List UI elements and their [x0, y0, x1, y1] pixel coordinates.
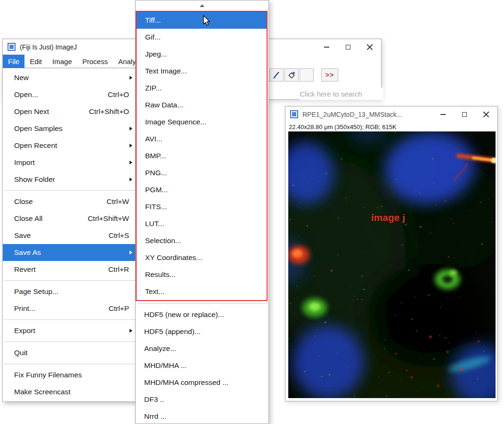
- file-menu-item-page-setup[interactable]: Page Setup...: [3, 283, 137, 300]
- file-menu-item-save[interactable]: SaveCtrl+S: [3, 227, 137, 244]
- close-icon: [366, 44, 373, 50]
- file-menu-item-open[interactable]: Open...Ctrl+O: [3, 86, 137, 103]
- save-as-item-bmp[interactable]: BMP...: [137, 147, 267, 164]
- menu-item-label: Open Recent: [14, 141, 57, 150]
- maximize-button[interactable]: [454, 107, 475, 122]
- menubar-item-process[interactable]: Process: [77, 55, 113, 68]
- file-menu-item-import[interactable]: Import: [3, 154, 137, 171]
- save-as-item-lut[interactable]: LUT...: [137, 215, 267, 232]
- save-as-item-selection[interactable]: Selection...: [137, 232, 267, 249]
- file-menu-item-open-recent[interactable]: Open Recent: [3, 137, 137, 154]
- file-menu-item-open-next[interactable]: Open NextCtrl+Shift+O: [3, 103, 137, 120]
- save-as-item-raw-data[interactable]: Raw Data...: [137, 97, 267, 114]
- scroll-up-arrow-icon: [200, 4, 204, 7]
- file-menu-item-save-as[interactable]: Save As: [3, 244, 137, 261]
- close-button[interactable]: [359, 40, 381, 54]
- brush-tool-button[interactable]: [269, 68, 284, 82]
- save-as-item-analyze[interactable]: Analyze...: [136, 340, 268, 357]
- close-button[interactable]: [475, 107, 497, 122]
- file-menu-item-quit[interactable]: Quit: [3, 344, 137, 361]
- file-menu-item-show-folder[interactable]: Show Folder: [3, 171, 137, 188]
- imagej-logo-icon: [290, 110, 298, 118]
- menu-item-label: Image Sequence...: [145, 118, 206, 126]
- maximize-button[interactable]: [337, 40, 359, 54]
- menu-item-label: Export: [14, 326, 35, 335]
- minimize-button[interactable]: [432, 107, 454, 122]
- fill-tool-button[interactable]: [285, 68, 299, 82]
- save-as-item-df3[interactable]: DF3 ..: [136, 391, 268, 408]
- image-overlay-text: image j: [371, 212, 405, 223]
- menu-item-shortcut: Ctrl+S: [109, 231, 130, 240]
- save-as-item-pgm[interactable]: PGM...: [137, 181, 267, 198]
- save-as-item-text[interactable]: Text...: [137, 283, 267, 300]
- image-window-controls: [432, 107, 497, 122]
- maximize-icon: [346, 45, 350, 49]
- file-menu-item-export[interactable]: Export: [3, 322, 137, 339]
- menu-item-label: Save As: [14, 248, 41, 257]
- save-as-item-png[interactable]: PNG...: [137, 164, 267, 181]
- close-icon: [483, 111, 489, 118]
- menubar-item-image[interactable]: Image: [47, 55, 77, 68]
- minimize-button[interactable]: [316, 40, 337, 54]
- menu-item-label: ZIP...: [145, 84, 162, 92]
- minimize-icon: [324, 47, 329, 48]
- file-menu-item-make-screencast[interactable]: Make Screencast: [3, 383, 137, 400]
- save-as-item-tiff[interactable]: Tiff...: [137, 12, 267, 29]
- submenu-arrow-icon: [130, 127, 132, 130]
- main-window-title: (Fiji Is Just) ImageJ: [20, 43, 77, 51]
- save-as-item-zip[interactable]: ZIP...: [137, 80, 267, 97]
- fill-tool-icon: [287, 71, 296, 79]
- menu-item-label: XY Coordinates...: [145, 253, 202, 262]
- menu-item-label: Print...: [14, 304, 35, 313]
- image-canvas[interactable]: image j: [288, 131, 496, 398]
- toolbar: >>: [269, 68, 339, 82]
- more-tools-button[interactable]: >>: [321, 68, 338, 82]
- menu-separator: [4, 342, 135, 342]
- menu-item-label: Selection...: [145, 236, 181, 245]
- save-as-item-fits[interactable]: FITS...: [137, 198, 267, 215]
- save-as-item-results[interactable]: Results...: [137, 266, 267, 283]
- menu-item-shortcut: Ctrl+O: [108, 90, 129, 99]
- menubar-item-file[interactable]: File: [3, 55, 24, 68]
- save-as-item-xy-coordinates[interactable]: XY Coordinates...: [137, 249, 267, 266]
- submenu-arrow-icon: [130, 251, 132, 254]
- file-menu-item-open-samples[interactable]: Open Samples: [3, 120, 137, 137]
- empty-tool-button[interactable]: [300, 68, 314, 82]
- menu-item-label: HDF5 (append)...: [144, 327, 201, 336]
- save-as-item-text-image[interactable]: Text Image...: [137, 63, 267, 80]
- save-as-item-image-sequence[interactable]: Image Sequence...: [137, 114, 267, 130]
- file-menu-item-new[interactable]: New: [3, 69, 137, 86]
- save-as-item-hdf5-new-or-replace[interactable]: HDF5 (new or replace)...: [136, 306, 268, 323]
- menu-item-shortcut: Ctrl+P: [109, 304, 130, 313]
- search-input[interactable]: Click here to search: [300, 88, 383, 100]
- menu-item-label: Tiff...: [145, 16, 161, 24]
- recorder-highlight-box: Tiff...Gif...Jpeg...Text Image...ZIP...R…: [136, 11, 268, 301]
- menu-item-shortcut: Ctrl+R: [108, 265, 129, 274]
- menu-item-shortcut: Ctrl+Shift+W: [88, 214, 129, 223]
- file-menu-item-close[interactable]: CloseCtrl+W: [3, 193, 137, 210]
- submenu-scroll-up-button[interactable]: [136, 0, 268, 11]
- save-as-item-jpeg[interactable]: Jpeg...: [137, 46, 267, 63]
- menu-item-label: Results...: [145, 270, 176, 279]
- menu-item-label: Show Folder: [14, 175, 55, 184]
- file-menu-item-revert[interactable]: RevertCtrl+R: [3, 261, 137, 278]
- menu-item-label: Text Image...: [145, 67, 187, 75]
- file-menu-item-print[interactable]: Print...Ctrl+P: [3, 300, 137, 317]
- file-menu-item-close-all[interactable]: Close AllCtrl+Shift+W: [3, 210, 137, 227]
- save-as-item-gif[interactable]: Gif...: [137, 29, 267, 46]
- save-as-item-nrrd[interactable]: Nrrd ...: [136, 408, 268, 424]
- save-as-item-hdf5-append[interactable]: HDF5 (append)...: [136, 323, 268, 340]
- save-as-item-mhd-mha-compressed[interactable]: MHD/MHA compressed ...: [136, 374, 268, 391]
- menu-separator: [4, 190, 135, 191]
- menu-item-label: Raw Data...: [145, 101, 183, 109]
- submenu-arrow-icon: [130, 178, 132, 181]
- save-as-submenu: Tiff...Gif...Jpeg...Text Image...ZIP...R…: [135, 0, 269, 424]
- menubar-item-edit[interactable]: Edit: [24, 55, 47, 68]
- image-window-title: RPE1_2uMCytoD_13_MMStack...: [302, 111, 402, 118]
- save-as-item-avi[interactable]: AVI...: [137, 130, 267, 147]
- save-as-item-mhd-mha[interactable]: MHD/MHA ...: [136, 357, 268, 374]
- file-menu-item-fix-funny-filenames[interactable]: Fix Funny Filenames: [3, 367, 137, 383]
- image-window-titlebar[interactable]: RPE1_2uMCytoD_13_MMStack...: [285, 106, 497, 122]
- menu-item-label: BMP...: [145, 152, 166, 160]
- menu-item-label: Open...: [14, 90, 38, 99]
